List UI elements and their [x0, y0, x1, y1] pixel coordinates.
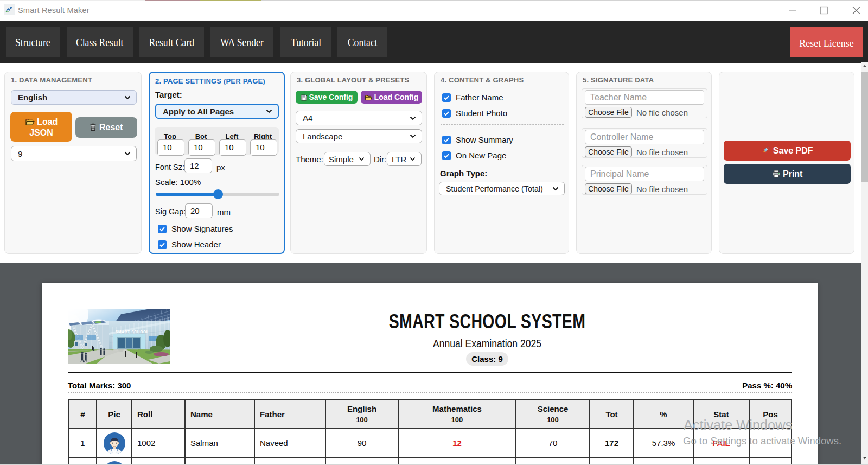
svg-text:SMART SCHOOL: SMART SCHOOL	[116, 330, 149, 334]
